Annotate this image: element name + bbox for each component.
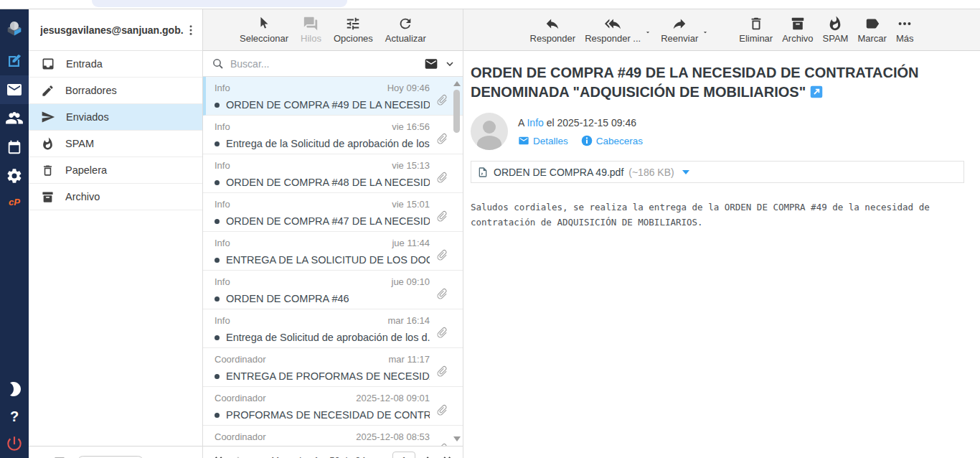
messages-count-summary: Mensajes 1 a 50 de 94 [250,455,387,458]
cursor-icon [256,16,272,32]
storage-icon [52,454,67,458]
info-icon [581,135,593,146]
search-input[interactable] [230,58,418,70]
message-content: ORDEN DE COMPRA #49 DE LA NECESIDAD DE C… [463,51,980,230]
msg-subject: ORDEN DE COMPRA #48 DE LA NECESIDA... [226,177,430,188]
unread-dot [215,413,220,418]
fire-icon [827,16,843,32]
msg-date: jue 09:10 [392,276,430,287]
forward-caret-icon[interactable] [702,26,709,39]
search-icon [212,57,225,70]
account-menu-kebab-icon[interactable] [184,24,198,37]
reply-all-caret-icon[interactable] [644,26,651,39]
first-page-icon[interactable] [210,454,225,458]
reply-all-button[interactable]: Responder ... [585,16,641,44]
cpanel-icon[interactable]: cP [0,190,29,213]
dark-mode-moon-icon[interactable] [0,375,29,403]
list-pagination: Mensajes 1 a 50 de 94 1 [203,446,463,458]
scroll-up-arrow[interactable] [453,81,461,86]
spam-button[interactable]: SPAM [823,16,849,44]
reply-icon [545,16,560,32]
attachment-caret-icon[interactable] [682,170,689,174]
recipient-link[interactable]: Info [527,117,543,128]
message-list-item[interactable]: Info vie 16:56 Entrega de la Solicitud d… [203,116,463,154]
folder-item-archivo[interactable]: Archivo [29,184,202,210]
archive-button[interactable]: Archivo [782,16,813,44]
msg-sender: Coordinador [215,354,266,365]
msg-subject: ORDEN DE COMPRA #49 DE LA NECESIDA... [226,99,430,111]
delete-button[interactable]: Eliminar [739,16,773,44]
search-row [203,51,463,77]
select-button[interactable]: Seleccionar [240,16,288,44]
message-body: Saludos cordiales, se realiza la entrega… [471,200,969,230]
open-in-popup-icon[interactable] [810,84,823,103]
msg-sender: Info [215,199,230,210]
headers-link[interactable]: Cabeceras [581,135,643,146]
sogo-logo-icon[interactable] [0,9,29,47]
message-list-item[interactable]: Info vie 15:01 ORDEN DE COMPRA #47 DE LA… [203,193,463,232]
scrollbar-thumb[interactable] [453,90,460,133]
msg-sender: Info [215,160,230,171]
reply-button[interactable]: Responder [530,16,576,44]
next-page-icon[interactable] [421,454,435,458]
forward-button[interactable]: Reenviar [661,16,698,44]
message-view-pane: Responder Responder ... Reenviar [463,9,980,458]
msg-subject: Entrega de Solicitud de aprobación de lo… [226,332,430,343]
message-list-item[interactable]: Info jue 09:10 ORDEN DE COMPRA #46 [203,271,463,309]
details-link[interactable]: Detalles [518,135,568,146]
mail-icon[interactable] [0,75,29,104]
pencil-icon [41,84,55,98]
folder-item-entrada[interactable]: Entrada [29,51,202,78]
folder-pane: jesusgavilanes@sanjuan.gob.... Entrada B… [29,9,203,458]
msg-sender: Coordinador [215,393,266,403]
settings-gear-icon[interactable] [0,162,29,190]
mark-button[interactable]: Marcar [857,16,886,44]
unread-dot [215,103,220,108]
help-icon[interactable]: ? [0,403,29,429]
folder-item-papelera[interactable]: Papelera [29,157,202,184]
list-scrollbar[interactable] [453,80,461,443]
folder-item-borradores[interactable]: Borradores [29,78,202,104]
search-scope-mail-icon[interactable] [424,57,438,71]
message-list-item[interactable]: Coordinador mar 11:17 ENTREGA DE PROFORM… [203,348,463,387]
message-list-item[interactable]: Coordinador 2025-12-08 09:01 PROFORMAS D… [203,387,463,426]
more-dots-icon [897,16,913,32]
list-toolbar: Seleccionar Hilos Opciones Actualizar [203,9,463,51]
scroll-down-arrow[interactable] [453,436,461,441]
msg-subject: ENTREGA DE PROFORMAS DE NECESIDAD ... [226,370,430,382]
message-list-item[interactable]: Coordinador 2025-12-08 08:53 [203,426,463,446]
message-list-item[interactable]: Info jue 11:44 ENTREGA DE LA SOLICITUD D… [203,232,463,271]
unread-dot [215,141,220,146]
last-page-icon[interactable] [441,454,456,458]
page-number-input[interactable]: 1 [392,452,415,458]
paperclip-icon [436,249,448,264]
message-list-item[interactable]: Info vie 15:13 ORDEN DE COMPRA #48 DE LA… [203,154,463,193]
more-button[interactable]: Más [896,16,914,44]
msg-date: 2025-12-08 08:53 [356,431,430,442]
message-list-item[interactable]: Info mar 16:14 Entrega de Solicitud de a… [203,309,463,348]
msg-sender: Info [215,83,230,93]
forward-icon [672,16,687,32]
trash-icon [748,16,764,32]
calendar-icon[interactable] [0,133,29,162]
contacts-icon[interactable] [0,104,29,133]
msg-sender: Info [215,315,230,326]
inbox-icon [41,57,55,71]
msg-date: Hoy 09:46 [387,83,430,93]
unread-dot [215,219,220,224]
tag-icon [864,16,880,32]
paperclip-icon [436,288,448,303]
compose-icon[interactable] [0,47,29,75]
message-list-item[interactable]: Info Hoy 09:46 ORDEN DE COMPRA #49 DE LA… [203,77,463,116]
folder-item-spam[interactable]: SPAM [29,131,202,157]
refresh-button[interactable]: Actualizar [385,16,426,44]
folder-item-enviados[interactable]: Enviados [29,104,202,131]
paperclip-icon [436,210,448,225]
logout-power-icon[interactable] [0,429,29,458]
attachment-name: ORDEN DE COMPRA 49.pdf [494,167,623,178]
options-button[interactable]: Opciones [334,16,373,44]
chevron-down-icon[interactable] [444,58,456,70]
attachment-bar[interactable]: ORDEN DE COMPRA 49.pdf (~186 KB) [471,161,964,183]
folder-label: Papelera [65,164,107,176]
recipient-line: A Info el 2025-12-15 09:46 [518,117,643,128]
